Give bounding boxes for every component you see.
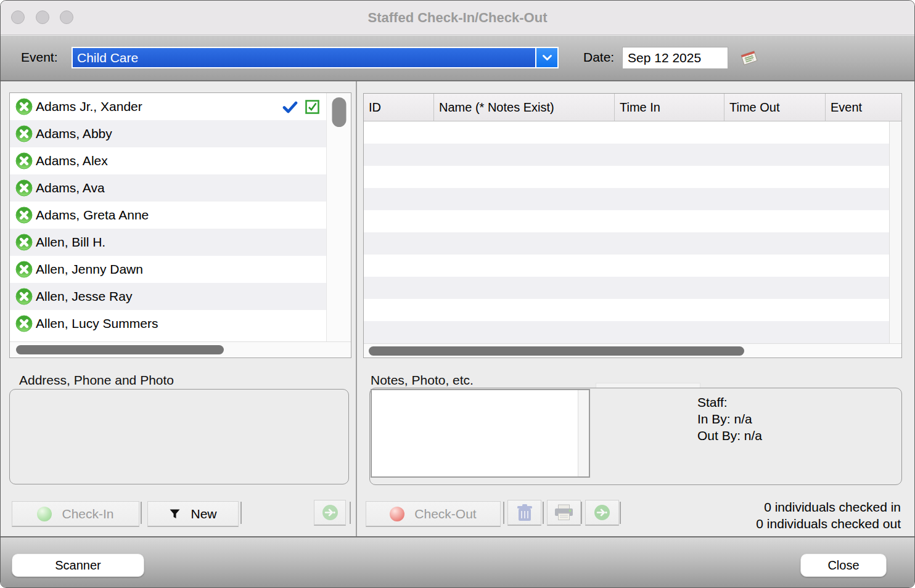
minimize-window-icon[interactable] <box>36 10 49 24</box>
list-item[interactable]: Adams, Abby <box>10 120 326 147</box>
vertical-scrollbar[interactable] <box>326 93 351 341</box>
address-phone-photo-box <box>9 389 349 484</box>
check-counts: 0 individuals checked in 0 individuals c… <box>756 499 901 532</box>
staffed-checkin-window: Staffed Check-In/Check-Out Event: Child … <box>0 0 915 588</box>
button-separator <box>620 502 621 524</box>
list-item[interactable]: Adams, Alex <box>10 147 326 174</box>
status-x-icon <box>15 315 33 332</box>
table-header-row: IDName (* Notes Exist)Time InTime OutEve… <box>364 94 901 121</box>
printer-icon <box>554 504 573 521</box>
check-out-button[interactable]: Check-Out <box>366 501 501 527</box>
green-arrow-icon <box>322 504 339 521</box>
delete-button[interactable] <box>507 500 541 526</box>
new-label: New <box>191 507 216 521</box>
table-row <box>364 232 889 255</box>
new-button[interactable]: New <box>147 501 239 527</box>
status-x-icon <box>15 152 33 169</box>
status-x-icon <box>15 206 33 224</box>
vertical-scrollbar-thumb[interactable] <box>332 97 346 127</box>
footer-bar: Scanner Close <box>1 536 914 588</box>
horizontal-scrollbar[interactable] <box>364 343 901 357</box>
status-x-icon <box>15 261 33 278</box>
checked-checkbox-icon[interactable] <box>305 100 319 114</box>
table-row <box>364 255 889 277</box>
list-item[interactable]: Adams, Greta Anne <box>10 202 326 229</box>
event-dropdown-value: Child Care <box>73 48 535 67</box>
trash-icon <box>517 504 533 522</box>
date-input[interactable] <box>622 47 728 69</box>
table-row <box>364 277 889 299</box>
calendar-icon[interactable] <box>739 49 759 69</box>
zoom-window-icon[interactable] <box>60 10 73 24</box>
list-item-name: Allen, Jesse Ray <box>36 289 132 304</box>
scanner-button[interactable]: Scanner <box>12 553 144 577</box>
list-item[interactable]: Adams Jr., Xander <box>10 93 326 120</box>
list-item[interactable]: Adams, Ava <box>10 174 326 202</box>
checked-in-count: 0 individuals checked in <box>756 499 901 515</box>
button-separator <box>240 502 242 524</box>
status-x-icon <box>15 125 33 142</box>
button-separator <box>503 502 504 524</box>
checked-out-count: 0 individuals checked out <box>756 515 901 532</box>
list-item-name: Adams Jr., Xander <box>36 99 142 114</box>
table-header-cell: Time In <box>615 94 724 121</box>
list-item[interactable]: Allen, Jenny Dawn <box>10 256 326 283</box>
table-header-cell: ID <box>364 94 434 121</box>
date-label: Date: <box>583 50 614 65</box>
vertical-scrollbar[interactable] <box>889 121 901 343</box>
close-button[interactable]: Close <box>800 553 887 577</box>
horizontal-scrollbar-thumb[interactable] <box>16 345 224 354</box>
move-right-button[interactable] <box>314 500 346 526</box>
list-item-name: Adams, Abby <box>36 126 112 141</box>
notes-section-label: Notes, Photo, etc. <box>371 373 474 388</box>
green-ball-icon <box>37 507 52 521</box>
event-label: Event: <box>21 50 58 65</box>
checked-in-table: IDName (* Notes Exist)Time InTime OutEve… <box>363 93 902 358</box>
list-item-name: Adams, Ava <box>36 181 105 195</box>
staff-in-by: In By: n/a <box>697 410 762 427</box>
button-separator <box>350 502 351 524</box>
filter-funnel-icon <box>169 508 181 520</box>
title-bar: Staffed Check-In/Check-Out <box>1 1 914 35</box>
staff-label: Staff: <box>697 394 762 410</box>
list-item[interactable]: Allen, Jesse Ray <box>10 283 326 310</box>
table-rows-area <box>364 121 889 343</box>
table-row <box>364 144 889 166</box>
status-x-icon <box>15 98 33 115</box>
chevron-down-icon[interactable] <box>536 48 557 67</box>
status-x-icon <box>15 179 33 197</box>
notes-scrollbar-gutter <box>578 390 589 476</box>
close-window-icon[interactable] <box>11 10 25 24</box>
notes-text-area[interactable] <box>371 389 590 478</box>
list-item[interactable]: Allen, Bill H. <box>10 229 326 256</box>
list-item-name: Allen, Lucy Summers <box>36 316 158 331</box>
list-item-name: Allen, Bill H. <box>36 235 105 250</box>
list-item[interactable]: Allen, Lucy Summers <box>10 310 326 337</box>
table-row <box>364 188 889 210</box>
table-header-cell: Event <box>826 94 901 121</box>
window-title: Staffed Check-In/Check-Out <box>1 1 914 35</box>
table-row <box>364 299 889 321</box>
horizontal-scrollbar[interactable] <box>10 341 351 357</box>
toolbar: Event: Child Care Date: <box>1 36 914 81</box>
status-x-icon <box>15 288 33 305</box>
individuals-list: Adams Jr., XanderAdams, AbbyAdams, AlexA… <box>9 92 351 358</box>
button-separator <box>141 502 142 524</box>
list-item-name: Adams, Alex <box>36 153 108 168</box>
staff-info: Staff: In By: n/a Out By: n/a <box>697 394 762 444</box>
button-separator <box>581 502 582 524</box>
list-item-name: Adams, Greta Anne <box>36 208 149 223</box>
print-button[interactable] <box>547 500 581 526</box>
check-in-button[interactable]: Check-In <box>12 501 139 527</box>
table-row <box>364 166 889 188</box>
table-row <box>364 121 889 144</box>
green-arrow-icon <box>594 504 610 521</box>
event-dropdown[interactable]: Child Care <box>72 47 559 68</box>
horizontal-scrollbar-thumb[interactable] <box>369 346 744 356</box>
move-right-button[interactable] <box>585 500 619 526</box>
red-ball-icon <box>390 507 404 521</box>
panel-divider <box>356 81 357 536</box>
address-section-label: Address, Phone and Photo <box>19 373 174 388</box>
list-item-name: Allen, Jenny Dawn <box>36 262 143 277</box>
check-out-label: Check-Out <box>414 507 476 521</box>
